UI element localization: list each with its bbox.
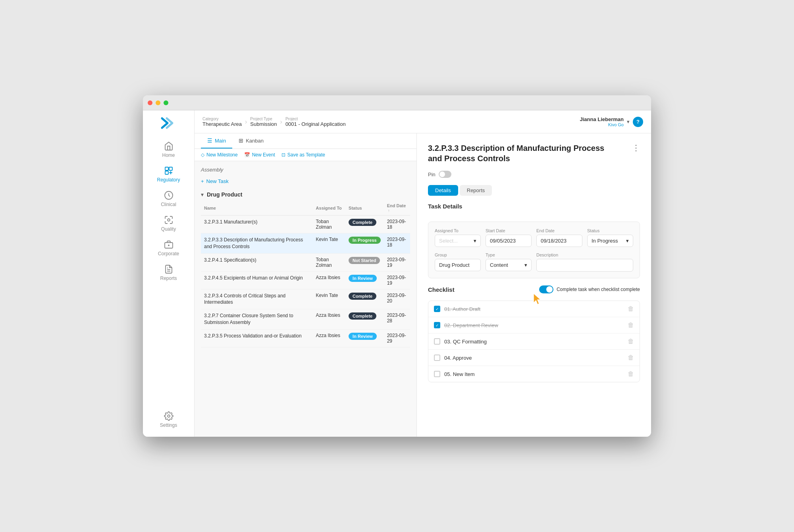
checklist-item-label: 03. QC Formatting bbox=[444, 339, 624, 345]
new-milestone-button[interactable]: ◇ New Milestone bbox=[201, 152, 238, 158]
col-assigned: Assigned To bbox=[313, 201, 346, 216]
task-status: In Review bbox=[345, 271, 384, 289]
more-options-icon[interactable]: ⋮ bbox=[632, 143, 640, 152]
user-name: Jianna Lieberman bbox=[580, 116, 624, 122]
detail-tab-details[interactable]: Details bbox=[428, 185, 458, 196]
checklist-item[interactable]: 05. New Item 🗑 bbox=[428, 366, 640, 382]
end-date-input[interactable]: 09/18/2023 bbox=[536, 235, 582, 247]
task-list: Assembly + New Task ▾ Drug Product bbox=[195, 161, 416, 437]
checklist-item-label: 05. New Item bbox=[444, 371, 624, 377]
delete-item-icon[interactable]: 🗑 bbox=[628, 338, 634, 345]
section-header: ▾ Drug Product bbox=[201, 187, 410, 201]
pin-toggle[interactable] bbox=[439, 171, 451, 178]
type-select[interactable]: Content ▾ bbox=[486, 259, 532, 271]
table-row[interactable]: 3.2.P.4.1 Specification(s) Toban Zolman … bbox=[201, 253, 410, 271]
logo[interactable] bbox=[159, 115, 179, 131]
new-task-icon: + bbox=[201, 178, 204, 184]
tab-kanban[interactable]: ⊞ Kanban bbox=[232, 133, 270, 148]
checklist-item[interactable]: 02. Department Review 🗑 bbox=[428, 317, 640, 333]
milestone-label: New Milestone bbox=[206, 152, 238, 158]
delete-item-icon[interactable]: 🗑 bbox=[628, 322, 634, 329]
end-date-field: End Date 09/18/2023 bbox=[536, 228, 582, 247]
table-row[interactable]: 3.2.P.3.5 Process Validation and-or Eval… bbox=[201, 329, 410, 347]
delete-item-icon[interactable]: 🗑 bbox=[628, 370, 634, 378]
checkbox-2[interactable] bbox=[434, 338, 440, 345]
checkbox-3[interactable] bbox=[434, 355, 440, 361]
assigned-to-select[interactable]: Select... ▾ bbox=[435, 235, 481, 247]
close-button[interactable] bbox=[148, 100, 152, 105]
task-assigned: Kevin Tate bbox=[313, 233, 346, 254]
breadcrumb-project: Project 0001 - Original Application bbox=[285, 117, 346, 127]
tab-main-label: Main bbox=[215, 138, 226, 144]
table-row[interactable]: 3.2.P.7 Container Closure System Send to… bbox=[201, 309, 410, 330]
checklist-item[interactable]: 03. QC Formatting 🗑 bbox=[428, 333, 640, 350]
start-date-input[interactable]: 09/05/2023 bbox=[486, 235, 532, 247]
sidebar-item-regulatory-label: Regulatory bbox=[157, 177, 180, 183]
task-name: 3.2.P.4.1 Specification(s) bbox=[204, 257, 256, 263]
sidebar-item-clinical-label: Clinical bbox=[161, 202, 176, 207]
tab-main[interactable]: ☰ Main bbox=[201, 133, 232, 148]
breadcrumb-sep-2: › bbox=[280, 118, 282, 125]
user-area: Jianna Lieberman Kivo Go ▾ ? bbox=[580, 116, 643, 127]
checklist-item-label: 01. Author Draft bbox=[444, 306, 624, 312]
checklist-item[interactable]: 04. Approve 🗑 bbox=[428, 350, 640, 366]
user-app: Kivo Go bbox=[580, 122, 624, 127]
svg-point-3 bbox=[168, 219, 170, 221]
content-area: ☰ Main ⊞ Kanban ◇ New Milestone bbox=[195, 133, 651, 437]
pin-row: Pin bbox=[428, 171, 640, 178]
help-button[interactable]: ? bbox=[633, 117, 643, 127]
table-row[interactable]: 3.2.P.3.4 Controls of Critical Steps and… bbox=[201, 289, 410, 309]
sidebar-item-clinical[interactable]: Clinical bbox=[143, 187, 194, 211]
table-row[interactable]: 3.2.P.4.5 Excipients of Human or Animal … bbox=[201, 271, 410, 289]
sidebar-item-corporate[interactable]: Corporate bbox=[143, 236, 194, 260]
task-form: Assigned To Select... ▾ Start Date 09/05… bbox=[428, 222, 640, 278]
new-event-button[interactable]: 📅 New Event bbox=[244, 152, 275, 158]
col-status: Status bbox=[345, 201, 384, 216]
tabs-bar: ☰ Main ⊞ Kanban bbox=[195, 133, 416, 149]
svg-point-9 bbox=[168, 415, 170, 417]
start-date-label: Start Date bbox=[486, 228, 532, 233]
status-select[interactable]: In Progress ▾ bbox=[587, 235, 633, 247]
delete-item-icon[interactable]: 🗑 bbox=[628, 354, 634, 361]
user-info: Jianna Lieberman Kivo Go bbox=[580, 116, 624, 127]
template-label: Save as Template bbox=[287, 152, 325, 158]
sidebar-item-corporate-label: Corporate bbox=[158, 251, 179, 256]
panel-title: 3.2.P.3.3 Description of Manufacturing P… bbox=[428, 143, 619, 164]
user-chevron-icon[interactable]: ▾ bbox=[627, 119, 630, 125]
sidebar-item-reports[interactable]: Reports bbox=[143, 260, 194, 285]
sidebar-item-quality-label: Quality bbox=[161, 226, 176, 232]
minimize-button[interactable] bbox=[156, 100, 160, 105]
sidebar-item-reports-label: Reports bbox=[160, 276, 177, 281]
table-row[interactable]: 3.2.P.3.3 Description of Manufacturing P… bbox=[201, 233, 410, 254]
sidebar-item-settings[interactable]: Settings bbox=[143, 407, 194, 432]
maximize-button[interactable] bbox=[164, 100, 168, 105]
detail-tab-reports[interactable]: Reports bbox=[460, 185, 492, 196]
task-assigned: Azza Ibsies bbox=[313, 271, 346, 289]
checkbox-4[interactable] bbox=[434, 371, 440, 377]
task-name: 3.2.P.3.1 Manufacturer(s) bbox=[204, 219, 258, 225]
sidebar-item-home[interactable]: Home bbox=[143, 137, 194, 162]
start-date-value: 09/05/2023 bbox=[490, 238, 516, 244]
checkbox-0[interactable] bbox=[434, 306, 440, 312]
task-assigned: Toban Zolman bbox=[313, 253, 346, 271]
new-task-button[interactable]: + New Task bbox=[201, 175, 410, 187]
sidebar-item-quality[interactable]: Quality bbox=[143, 211, 194, 236]
description-input[interactable] bbox=[536, 259, 633, 272]
task-status: Not Started bbox=[345, 253, 384, 271]
assigned-to-label: Assigned To bbox=[435, 228, 481, 233]
svg-rect-2 bbox=[165, 171, 168, 174]
checkbox-1[interactable] bbox=[434, 322, 440, 328]
description-field: Description bbox=[536, 253, 633, 272]
sidebar-item-regulatory[interactable]: Regulatory bbox=[143, 162, 194, 187]
assigned-to-chevron-icon: ▾ bbox=[474, 238, 476, 244]
description-label: Description bbox=[536, 253, 633, 257]
event-label: New Event bbox=[252, 152, 275, 158]
delete-item-icon[interactable]: 🗑 bbox=[628, 305, 634, 312]
table-row[interactable]: 3.2.P.3.1 Manufacturer(s) Toban Zolman C… bbox=[201, 216, 410, 233]
task-enddate: 2023-09-20 bbox=[384, 289, 410, 309]
section-toggle-icon[interactable]: ▾ bbox=[201, 191, 204, 198]
titlebar bbox=[143, 95, 651, 110]
save-template-button[interactable]: ⊡ Save as Template bbox=[281, 152, 325, 158]
task-status: In Progress bbox=[345, 233, 384, 254]
main-tab-icon: ☰ bbox=[207, 137, 212, 144]
